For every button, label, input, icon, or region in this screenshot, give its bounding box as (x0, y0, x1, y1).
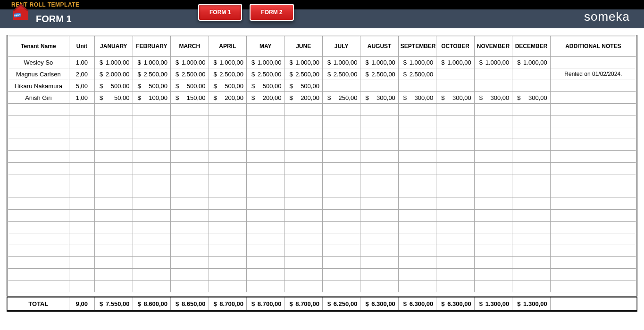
cell-empty[interactable] (133, 245, 170, 257)
cell-empty[interactable] (550, 280, 636, 292)
cell-name[interactable]: Hikaru Nakamura (8, 80, 69, 92)
cell-empty[interactable] (69, 269, 94, 280)
cell-empty[interactable] (95, 280, 133, 292)
cell-empty[interactable] (512, 104, 550, 116)
cell-empty[interactable] (550, 127, 636, 139)
cell-empty[interactable] (474, 210, 512, 222)
cell-empty[interactable] (512, 174, 550, 186)
cell-money[interactable]: $ 1.000,00 (398, 57, 436, 68)
cell-money[interactable]: $ 1.000,00 (246, 57, 284, 68)
cell-empty[interactable] (209, 174, 246, 186)
cell-empty[interactable] (95, 174, 133, 186)
cell-empty[interactable] (133, 186, 170, 198)
cell-empty[interactable] (246, 104, 284, 116)
cell-money[interactable]: $ 200,00 (209, 92, 246, 104)
cell-unit[interactable]: 5,00 (69, 80, 94, 92)
cell-empty[interactable] (322, 104, 360, 116)
cell-empty[interactable] (322, 174, 360, 186)
cell-money[interactable]: $ 1.000,00 (171, 57, 209, 68)
cell-empty[interactable] (209, 163, 246, 174)
cell-money[interactable] (512, 80, 550, 92)
cell-empty[interactable] (133, 174, 170, 186)
cell-money[interactable]: $ 2.500,00 (209, 68, 246, 80)
cell-empty[interactable] (8, 163, 69, 174)
cell-empty[interactable] (474, 198, 512, 210)
cell-empty[interactable] (246, 116, 284, 127)
cell-empty[interactable] (8, 245, 69, 257)
cell-empty[interactable] (133, 127, 170, 139)
cell-money[interactable]: $ 200,00 (284, 92, 322, 104)
cell-empty[interactable] (360, 245, 398, 257)
cell-empty[interactable] (69, 233, 94, 245)
cell-empty[interactable] (550, 116, 636, 127)
cell-empty[interactable] (398, 198, 436, 210)
cell-empty[interactable] (322, 233, 360, 245)
cell-empty[interactable] (474, 257, 512, 269)
cell-empty[interactable] (133, 233, 170, 245)
cell-empty[interactable] (550, 163, 636, 174)
cell-empty[interactable] (69, 257, 94, 269)
cell-money[interactable]: $ 500,00 (209, 80, 246, 92)
cell-money[interactable]: $ 300,00 (360, 92, 398, 104)
cell-empty[interactable] (133, 116, 170, 127)
cell-empty[interactable] (209, 151, 246, 163)
cell-empty[interactable] (209, 222, 246, 233)
cell-empty[interactable] (284, 151, 322, 163)
cell-empty[interactable] (360, 139, 398, 151)
cell-empty[interactable] (322, 269, 360, 280)
cell-notes[interactable] (550, 80, 636, 92)
cell-empty[interactable] (360, 210, 398, 222)
cell-empty[interactable] (360, 174, 398, 186)
cell-name[interactable]: Anish Giri (8, 92, 69, 104)
cell-empty[interactable] (436, 127, 474, 139)
cell-money[interactable]: $ 500,00 (246, 80, 284, 92)
cell-empty[interactable] (8, 104, 69, 116)
cell-empty[interactable] (8, 257, 69, 269)
cell-empty[interactable] (284, 269, 322, 280)
cell-money[interactable]: $ 500,00 (284, 80, 322, 92)
cell-empty[interactable] (398, 245, 436, 257)
cell-empty[interactable] (246, 127, 284, 139)
cell-money[interactable]: $ 1.000,00 (474, 57, 512, 68)
cell-money[interactable]: $ 1.000,00 (133, 57, 170, 68)
cell-empty[interactable] (95, 116, 133, 127)
cell-empty[interactable] (512, 257, 550, 269)
cell-money[interactable] (512, 68, 550, 80)
cell-empty[interactable] (284, 186, 322, 198)
cell-money[interactable] (474, 80, 512, 92)
cell-empty[interactable] (322, 186, 360, 198)
cell-empty[interactable] (209, 233, 246, 245)
cell-money[interactable]: $ 300,00 (436, 92, 474, 104)
cell-empty[interactable] (133, 210, 170, 222)
cell-empty[interactable] (284, 198, 322, 210)
cell-empty[interactable] (436, 269, 474, 280)
cell-empty[interactable] (550, 245, 636, 257)
cell-empty[interactable] (398, 269, 436, 280)
cell-empty[interactable] (69, 163, 94, 174)
cell-empty[interactable] (8, 269, 69, 280)
cell-empty[interactable] (95, 210, 133, 222)
cell-name[interactable]: Wesley So (8, 57, 69, 68)
cell-empty[interactable] (95, 104, 133, 116)
cell-money[interactable] (436, 80, 474, 92)
cell-empty[interactable] (133, 139, 170, 151)
cell-empty[interactable] (550, 222, 636, 233)
cell-empty[interactable] (360, 104, 398, 116)
cell-empty[interactable] (284, 116, 322, 127)
cell-empty[interactable] (133, 198, 170, 210)
cell-empty[interactable] (322, 222, 360, 233)
cell-empty[interactable] (436, 245, 474, 257)
cell-empty[interactable] (360, 186, 398, 198)
cell-empty[interactable] (246, 151, 284, 163)
cell-empty[interactable] (512, 151, 550, 163)
cell-empty[interactable] (8, 222, 69, 233)
cell-empty[interactable] (246, 280, 284, 292)
cell-empty[interactable] (360, 163, 398, 174)
cell-empty[interactable] (550, 104, 636, 116)
cell-empty[interactable] (322, 139, 360, 151)
cell-empty[interactable] (436, 116, 474, 127)
cell-name[interactable]: Magnus Carlsen (8, 68, 69, 80)
cell-empty[interactable] (284, 163, 322, 174)
cell-empty[interactable] (474, 116, 512, 127)
cell-empty[interactable] (512, 233, 550, 245)
